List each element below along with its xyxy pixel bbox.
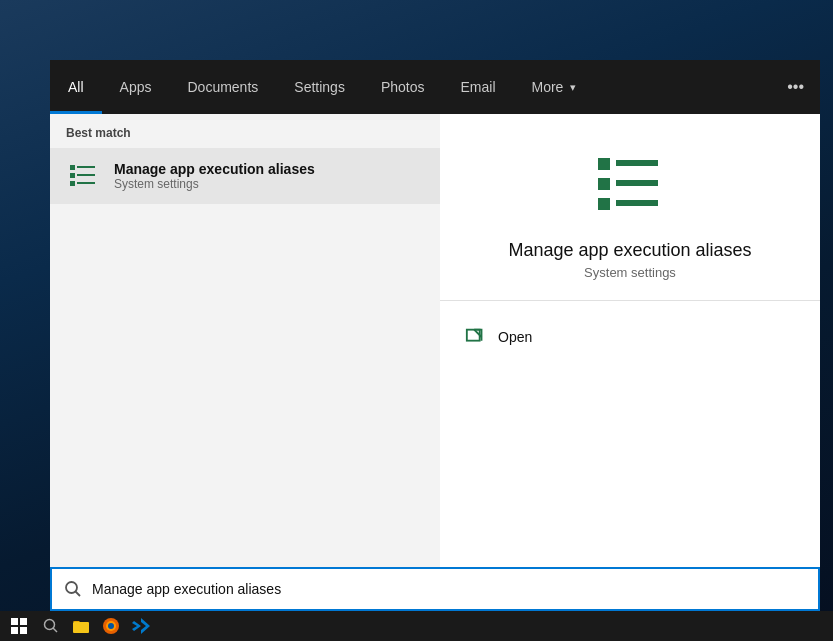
ellipsis-icon: ••• (787, 78, 804, 96)
app-subtitle-large: System settings (584, 265, 676, 280)
svg-rect-0 (70, 165, 75, 170)
svg-marker-26 (132, 621, 141, 631)
divider (440, 300, 820, 301)
svg-rect-12 (467, 330, 480, 341)
tab-photos-label: Photos (381, 79, 425, 95)
svg-rect-17 (20, 618, 27, 625)
svg-marker-27 (141, 618, 150, 634)
open-label: Open (498, 329, 532, 345)
svg-rect-11 (616, 200, 658, 206)
file-explorer-icon (71, 616, 91, 636)
result-text: Manage app execution aliases System sett… (114, 161, 315, 191)
tab-documents[interactable]: Documents (169, 60, 276, 114)
svg-rect-19 (20, 627, 27, 634)
nav-bar: All Apps Documents Settings Photos Email… (50, 60, 820, 114)
tab-all[interactable]: All (50, 60, 102, 114)
more-options-button[interactable]: ••• (771, 60, 820, 114)
tab-apps[interactable]: Apps (102, 60, 170, 114)
svg-rect-6 (598, 158, 610, 170)
tab-more[interactable]: More ▾ (514, 60, 595, 114)
tab-more-label: More (532, 79, 564, 95)
open-arrow-icon (465, 326, 487, 348)
taskbar-search-icon[interactable] (38, 613, 64, 639)
taskbar (0, 611, 833, 641)
search-icon (64, 580, 82, 598)
tab-photos[interactable]: Photos (363, 60, 443, 114)
svg-rect-9 (616, 180, 658, 186)
svg-line-15 (76, 592, 81, 597)
svg-rect-10 (598, 198, 610, 210)
result-title: Manage app execution aliases (114, 161, 315, 177)
tab-documents-label: Documents (187, 79, 258, 95)
right-panel: Manage app execution aliases System sett… (440, 114, 820, 570)
search-taskbar-icon (42, 617, 60, 635)
app-title-large: Manage app execution aliases (508, 240, 751, 261)
taskbar-firefox-icon[interactable] (98, 613, 124, 639)
vscode-icon (131, 616, 151, 636)
svg-rect-8 (598, 178, 610, 190)
chevron-down-icon: ▾ (570, 81, 576, 94)
svg-rect-1 (77, 166, 95, 168)
svg-point-25 (108, 623, 114, 629)
manage-aliases-icon (68, 160, 100, 192)
open-icon (464, 325, 488, 349)
search-popup: All Apps Documents Settings Photos Email… (50, 60, 820, 570)
search-input[interactable] (92, 581, 806, 597)
svg-rect-5 (77, 182, 95, 184)
svg-rect-2 (70, 173, 75, 178)
tab-settings-label: Settings (294, 79, 345, 95)
svg-rect-7 (616, 160, 658, 166)
tab-all-label: All (68, 79, 84, 95)
svg-rect-3 (77, 174, 95, 176)
main-content: Best match Manage app execution aliases (50, 114, 820, 570)
svg-rect-18 (11, 627, 18, 634)
app-icon-large (590, 144, 670, 224)
result-item[interactable]: Manage app execution aliases System sett… (50, 148, 440, 204)
tab-settings[interactable]: Settings (276, 60, 363, 114)
svg-line-21 (53, 628, 57, 632)
app-icon-svg (594, 148, 666, 220)
left-panel: Best match Manage app execution aliases (50, 114, 440, 570)
open-action[interactable]: Open (440, 317, 820, 357)
best-match-heading: Best match (50, 114, 440, 148)
tab-apps-label: Apps (120, 79, 152, 95)
result-app-icon (66, 158, 102, 194)
svg-point-14 (66, 582, 77, 593)
windows-icon (10, 617, 28, 635)
magnifier-icon (64, 580, 82, 598)
search-bar[interactable] (50, 567, 820, 611)
svg-rect-4 (70, 181, 75, 186)
svg-rect-22 (73, 622, 89, 633)
start-button[interactable] (4, 611, 34, 641)
result-subtitle: System settings (114, 177, 315, 191)
tab-email[interactable]: Email (442, 60, 513, 114)
tab-email-label: Email (460, 79, 495, 95)
taskbar-vscode-icon[interactable] (128, 613, 154, 639)
taskbar-file-explorer-icon[interactable] (68, 613, 94, 639)
firefox-icon (101, 616, 121, 636)
svg-rect-16 (11, 618, 18, 625)
